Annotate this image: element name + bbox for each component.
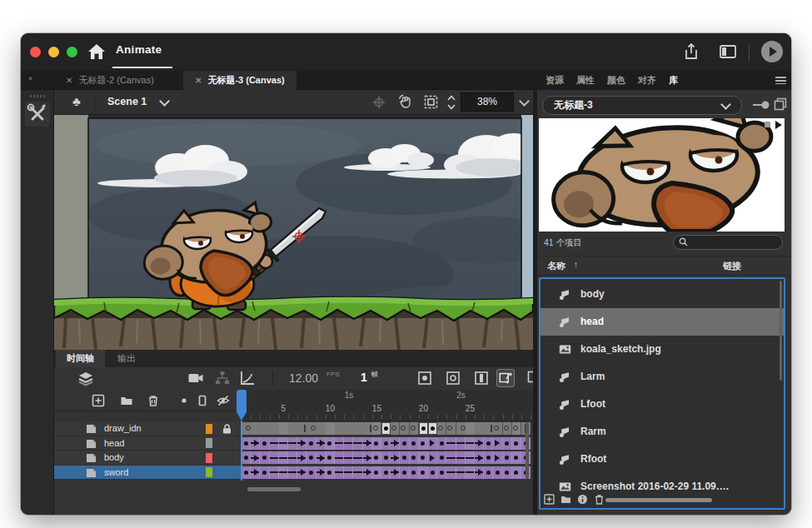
- frame-cell[interactable]: [306, 451, 316, 464]
- frame-cell[interactable]: [512, 466, 521, 479]
- frame-cell[interactable]: [466, 437, 475, 450]
- library-item-row[interactable]: Lfoot: [541, 391, 784, 418]
- preview-play-icon[interactable]: [775, 121, 782, 129]
- camera-icon[interactable]: [187, 370, 204, 386]
- close-window-button[interactable]: [30, 47, 41, 57]
- frame-cell[interactable]: [484, 437, 493, 450]
- frame-cell[interactable]: [242, 466, 251, 479]
- frame-cell[interactable]: [279, 451, 288, 464]
- frame-cell[interactable]: [372, 466, 381, 479]
- panel-tab-库[interactable]: 库: [669, 71, 678, 90]
- panel-tab-资源[interactable]: 资源: [545, 71, 564, 90]
- frame-cell[interactable]: [400, 422, 409, 435]
- clip-content-icon[interactable]: [424, 95, 438, 109]
- zoom-chevron-down-icon[interactable]: [519, 96, 530, 107]
- document-tab-2[interactable]: ✕无标题-3 (Canvas): [183, 71, 296, 90]
- timeline-frames-grid[interactable]: [242, 421, 533, 480]
- frame-cell[interactable]: [437, 437, 446, 450]
- frame-cell[interactable]: [475, 437, 484, 450]
- library-item-row[interactable]: head: [541, 308, 784, 336]
- test-movie-play-button[interactable]: [761, 41, 783, 62]
- frame-cell[interactable]: [484, 422, 493, 435]
- library-document-dropdown[interactable]: 无标题-3: [542, 96, 742, 115]
- frame-cell[interactable]: [353, 422, 362, 435]
- frame-cell[interactable]: [279, 466, 288, 479]
- frame-cell[interactable]: [326, 466, 335, 479]
- frame-cell[interactable]: [353, 437, 362, 450]
- frame-cell[interactable]: [410, 437, 419, 450]
- frame-cell[interactable]: [419, 437, 428, 450]
- frame-cell[interactable]: [503, 422, 512, 435]
- frame-cell[interactable]: [419, 451, 428, 464]
- close-tab-icon[interactable]: ✕: [66, 76, 72, 85]
- frame-cell[interactable]: [326, 437, 335, 450]
- center-stage-crosshair-icon[interactable]: [372, 96, 386, 109]
- frame-cell[interactable]: [428, 466, 437, 479]
- frame-cell[interactable]: [353, 466, 362, 479]
- zoom-stepper[interactable]: [447, 94, 456, 111]
- frame-cell[interactable]: [456, 422, 466, 435]
- library-search-input[interactable]: [673, 235, 783, 250]
- frame-cell[interactable]: [503, 451, 512, 464]
- scene-name[interactable]: Scene 1: [107, 96, 147, 107]
- frame-cell[interactable]: [428, 451, 437, 464]
- frame-cell[interactable]: [493, 437, 502, 450]
- frame-cell[interactable]: [288, 437, 297, 450]
- library-item-row[interactable]: body: [541, 281, 784, 308]
- frame-cell[interactable]: [335, 437, 344, 450]
- frame-cell[interactable]: [297, 437, 306, 450]
- frame-cell[interactable]: [335, 451, 344, 464]
- frame-cell[interactable]: [503, 466, 512, 479]
- frame-cell[interactable]: [260, 466, 269, 479]
- layer-color-chip[interactable]: [206, 467, 212, 477]
- frame-cell[interactable]: [288, 422, 297, 435]
- timeline-tab-输出[interactable]: 输出: [107, 350, 147, 367]
- frame-cell[interactable]: [306, 437, 316, 450]
- zoom-window-button[interactable]: [67, 47, 77, 57]
- frame-cell[interactable]: [316, 437, 326, 450]
- panel-menu-hamburger-icon[interactable]: [775, 77, 786, 84]
- fps-value[interactable]: 12.00: [289, 371, 318, 385]
- frame-cell[interactable]: [242, 451, 251, 464]
- frame-cell[interactable]: [484, 451, 493, 464]
- hide-layers-eye-slash-icon[interactable]: [217, 394, 230, 407]
- layer-row-draw_idn[interactable]: draw_idn: [54, 421, 242, 436]
- frame-cell[interactable]: [391, 451, 400, 464]
- insert-frame-button[interactable]: [472, 369, 491, 387]
- zoom-level-input[interactable]: 38%: [461, 92, 514, 112]
- symbol-club-icon[interactable]: ♣: [72, 94, 81, 108]
- new-layer-icon[interactable]: [92, 394, 105, 407]
- frame-cell[interactable]: [512, 422, 521, 435]
- frame-cell[interactable]: [251, 422, 260, 435]
- panel-tab-属性[interactable]: 属性: [576, 71, 595, 90]
- frame-cell[interactable]: [437, 451, 446, 464]
- library-item-preview[interactable]: [539, 118, 785, 232]
- timeline-ruler[interactable]: 1s2s510152025: [242, 390, 533, 421]
- easing-graph-icon[interactable]: [239, 370, 256, 386]
- panel-tab-对齐[interactable]: 对齐: [638, 71, 656, 90]
- current-frame-value[interactable]: 1: [361, 371, 367, 384]
- layer-color-chip[interactable]: [206, 424, 212, 434]
- insert-keyframe-button[interactable]: [416, 369, 434, 387]
- frame-cell[interactable]: [335, 422, 344, 435]
- frame-cell[interactable]: [260, 422, 269, 435]
- timeline-vertical-scrollbar[interactable]: [526, 422, 529, 479]
- frame-cell[interactable]: [446, 422, 456, 435]
- frame-cell[interactable]: [419, 422, 428, 435]
- frame-cell[interactable]: [242, 437, 251, 450]
- frame-cell[interactable]: [475, 451, 484, 464]
- layer-row-sword[interactable]: sword: [54, 466, 242, 481]
- frame-cell[interactable]: [493, 422, 502, 435]
- frame-cell[interactable]: [484, 466, 493, 479]
- home-icon[interactable]: [87, 43, 106, 60]
- frame-cell[interactable]: [297, 466, 306, 479]
- frame-cell[interactable]: [446, 466, 456, 479]
- frame-cell[interactable]: [456, 437, 466, 450]
- frame-cell[interactable]: [297, 451, 306, 464]
- frame-cell[interactable]: [297, 422, 306, 435]
- frame-cell[interactable]: [316, 422, 326, 435]
- app-tab-animate[interactable]: Animate: [116, 43, 162, 56]
- frame-cell[interactable]: [372, 451, 381, 464]
- layer-parenting-icon[interactable]: [214, 370, 231, 386]
- frame-cell[interactable]: [306, 466, 316, 479]
